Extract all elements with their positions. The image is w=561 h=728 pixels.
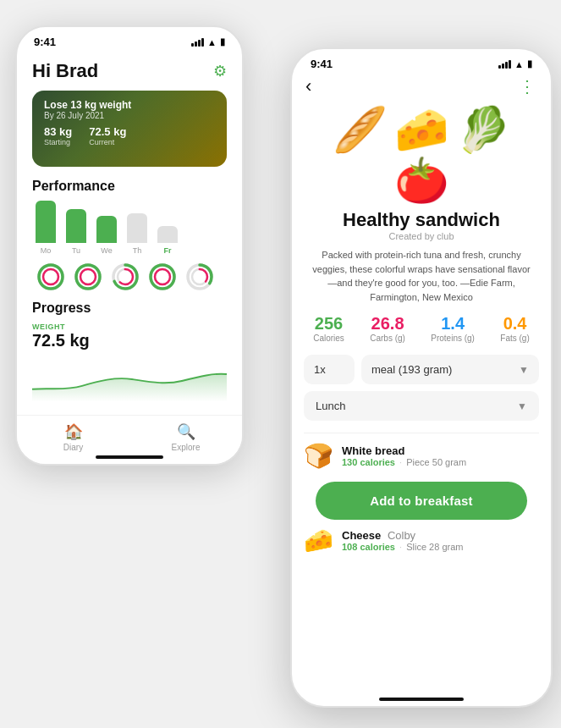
add-to-breakfast-button[interactable]: Add to breakfast (316, 482, 527, 520)
food-image-lettuce: 🥬 (456, 108, 511, 152)
bar-label-fr: Fr (164, 246, 172, 255)
meal-size-selector[interactable]: meal (193 gram) ▼ (361, 355, 539, 384)
progress-weight-label: WEIGHT (32, 323, 227, 331)
goal-current: 72.5 kg Current (89, 125, 126, 146)
progress-weight: 72.5 kg (32, 331, 227, 350)
ring-row (32, 262, 227, 292)
cheese-serving: Slice 28 gram (406, 542, 463, 552)
bar-label-mo: Mo (41, 246, 52, 255)
goal-title: Lose 13 kg weight (44, 99, 215, 111)
diary-icon: 🏠 (64, 422, 83, 441)
goal-card: Lose 13 kg weight By 26 July 2021 83 kg … (32, 91, 227, 167)
battery-icon: ▮ (220, 36, 225, 47)
cheese-emoji: 🧀 (304, 527, 333, 554)
food-title: Healthy sandwich (292, 209, 551, 231)
back-button[interactable]: ‹ (305, 75, 311, 97)
progress-section: Progress WEIGHT 72.5 kg (32, 301, 227, 405)
fats-value: 0.4 (500, 314, 529, 334)
ring-5 (184, 262, 215, 292)
bar-col-th: Th (127, 213, 147, 255)
meal-type-selector[interactable]: Lunch ▼ (304, 391, 539, 421)
front-status-time: 9:41 (311, 58, 333, 70)
food-images: 🥖 🧀 🥬 🍅 (292, 104, 551, 209)
calories-label: Calories (313, 334, 344, 343)
goal-starting-label: Starting (44, 138, 72, 146)
svg-point-7 (80, 269, 96, 284)
bar-th (127, 213, 147, 243)
gear-icon[interactable]: ⚙ (213, 62, 227, 80)
food-image-tomato: 🍅 (394, 158, 449, 202)
bar-col-mo: Mo (36, 201, 56, 255)
ring-4 (147, 262, 178, 292)
front-status-icons: ▲ ▮ (498, 58, 532, 69)
more-button[interactable]: ⋮ (519, 76, 537, 97)
home-indicator (96, 455, 163, 459)
bar-mo (36, 201, 56, 243)
signal-icon-front (498, 60, 511, 69)
divider (304, 433, 539, 433)
svg-point-15 (155, 269, 170, 284)
nutrition-proteins: 1.4 Proteins (g) (431, 314, 475, 343)
bar-we (96, 216, 117, 243)
bar-label-tu: Tu (72, 246, 80, 255)
fats-label: Fats (g) (500, 334, 529, 343)
goal-current-label: Current (89, 138, 126, 146)
nav-explore[interactable]: 🔍 Explore (129, 422, 242, 452)
carbs-label: Carbs (g) (370, 334, 405, 343)
quantity-value: 1x (314, 363, 326, 376)
nutrition-carbs: 26.8 Carbs (g) (370, 314, 405, 343)
front-status-bar: 9:41 ▲ ▮ (292, 49, 551, 74)
bar-col-tu: Tu (66, 209, 86, 255)
performance-title: Performance (32, 179, 227, 194)
nav-explore-label: Explore (172, 443, 201, 452)
add-button-container: Add to breakfast (304, 475, 539, 527)
back-status-bar: 9:41 ▲ ▮ (17, 27, 242, 50)
back-greeting: Hi Brad (32, 60, 98, 82)
meal-size-value: meal (193 gram) (371, 363, 452, 376)
ring-2 (73, 262, 103, 292)
front-top-bar: ‹ ⋮ (292, 74, 551, 104)
bar-label-we: We (101, 246, 112, 255)
meal-type-value: Lunch (316, 400, 345, 412)
carbs-value: 26.8 (370, 314, 405, 334)
nav-diary[interactable]: 🏠 Diary (17, 422, 129, 452)
bread-name: White bread (342, 444, 539, 457)
performance-section: Performance Mo Tu We Th (32, 179, 227, 292)
progress-title: Progress (32, 301, 227, 316)
bread-info: White bread 130 calories · Piece 50 gram (342, 444, 539, 467)
selector-row: 1x meal (193 gram) ▼ (292, 355, 551, 384)
ingredient-cheese: 🧀 Cheese Colby 108 calories · Slice 28 g… (304, 527, 539, 554)
front-phone: 9:41 ▲ ▮ ‹ ⋮ 🥖 🧀 🥬 🍅 Healthy sandwich Cr… (290, 47, 553, 708)
bar-chart: Mo Tu We Th Fr (32, 201, 227, 255)
back-phone: 9:41 ▲ ▮ Hi Brad ⚙ Lose 13 kg weight By … (15, 25, 244, 466)
cheese-info: Cheese Colby 108 calories · Slice 28 gra… (342, 529, 539, 552)
food-image-cheese: 🧀 (394, 108, 449, 152)
back-status-time: 9:41 (34, 36, 56, 48)
goal-current-value: 72.5 kg (89, 125, 126, 138)
ingredient-white-bread: 🍞 White bread 130 calories · Piece 50 gr… (304, 442, 539, 470)
ring-3 (110, 262, 140, 292)
quantity-selector[interactable]: 1x (304, 355, 355, 384)
goal-card-content: Lose 13 kg weight By 26 July 2021 83 kg … (32, 91, 227, 155)
goal-stats: 83 kg Starting 72.5 kg Current (44, 125, 215, 146)
nav-diary-label: Diary (63, 443, 83, 452)
bar-col-we: We (96, 216, 117, 255)
nutrition-calories: 256 Calories (313, 314, 344, 343)
cheese-name: Cheese Colby (342, 529, 539, 542)
wifi-icon-front: ▲ (514, 59, 524, 69)
back-content: Hi Brad ⚙ Lose 13 kg weight By 26 July 2… (17, 50, 242, 416)
proteins-value: 1.4 (431, 314, 475, 334)
battery-icon-front: ▮ (527, 58, 532, 69)
front-home-indicator (379, 698, 464, 701)
food-subtitle: Created by club (292, 231, 551, 241)
bread-detail: 130 calories · Piece 50 gram (342, 457, 539, 467)
goal-date: By 26 July 2021 (44, 111, 215, 120)
weight-chart (32, 356, 227, 402)
back-status-icons: ▲ ▮ (191, 36, 225, 47)
explore-icon: 🔍 (177, 422, 195, 441)
meal-type-arrow: ▼ (517, 400, 527, 412)
bar-col-fr: Fr (157, 226, 178, 255)
ingredient-list: 🍞 White bread 130 calories · Piece 50 gr… (292, 442, 551, 554)
food-description: Packed with protein-rich tuna and fresh,… (292, 248, 551, 304)
bar-label-th: Th (133, 246, 142, 255)
